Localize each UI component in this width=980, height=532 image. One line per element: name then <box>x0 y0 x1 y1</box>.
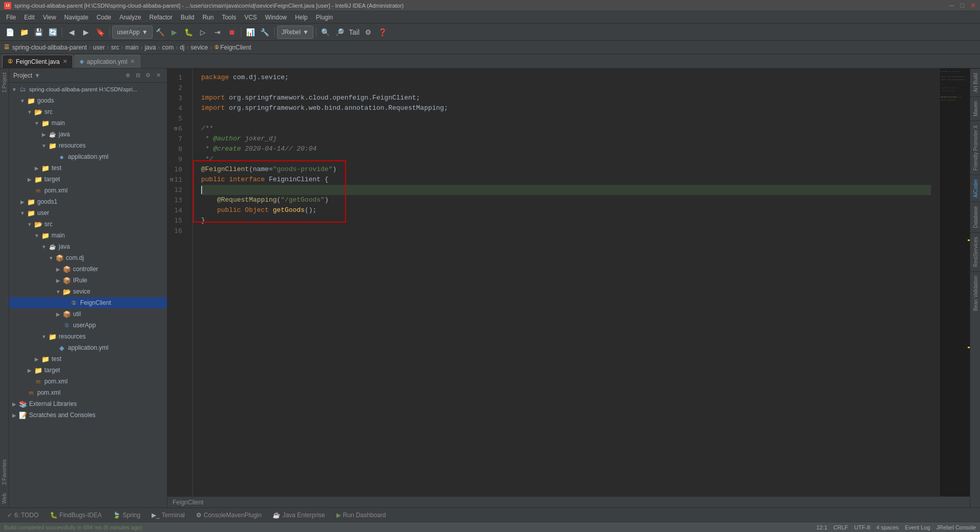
tree-external-libs[interactable]: ▶ 📚 External Libraries <box>9 398 167 409</box>
menu-view[interactable]: View <box>39 13 60 22</box>
menu-tools[interactable]: Tools <box>218 13 240 22</box>
toolbar-profile-btn[interactable]: 🔧 <box>258 26 272 39</box>
breadcrumb-dj[interactable]: dj <box>180 44 184 51</box>
fold-icon-11[interactable]: ⊟ <box>170 175 173 185</box>
tree-goods-java[interactable]: ▶ ☕ java <box>9 129 167 140</box>
code-editor[interactable]: package com.dj.sevice; import org.spring… <box>193 68 939 496</box>
bottom-tab-consolemaven[interactable]: ⚙ ConsoleMavenPlugin <box>191 509 266 521</box>
breadcrumb-sevice[interactable]: sevice <box>190 44 208 51</box>
tree-root-pom[interactable]: ▶ m pom.xml <box>9 387 167 398</box>
menu-run[interactable]: Run <box>199 13 218 22</box>
tree-user-src[interactable]: ▼ 📂 src <box>9 219 167 230</box>
tree-user-util[interactable]: ▶ 📦 util <box>9 308 167 320</box>
toolbar-save-btn[interactable]: 💾 <box>32 26 45 39</box>
tree-goods-target[interactable]: ▶ 📁 target <box>9 174 167 185</box>
tree-user-feignclient[interactable]: ▶ ① FeignClient <box>9 297 167 308</box>
tree-user-target[interactable]: ▶ 📁 target <box>9 365 167 376</box>
tab-feignclient-close[interactable]: ✕ <box>63 58 67 65</box>
toolbar-back-btn[interactable]: ◀ <box>65 26 78 39</box>
toolbar-run2-btn[interactable]: ▷ <box>197 26 210 39</box>
tree-goods-main[interactable]: ▼ 📁 main <box>9 117 167 129</box>
right-panel-aicoder[interactable]: AiCoder <box>970 175 980 202</box>
tree-user-main[interactable]: ▼ 📁 main <box>9 230 167 241</box>
breadcrumb-feign[interactable]: ① FeignClient <box>214 44 252 51</box>
right-panel-database[interactable]: Database <box>970 202 980 232</box>
tab-feignclient[interactable]: ① FeignClient.java ✕ <box>2 55 73 68</box>
menu-plugin[interactable]: Plugin <box>312 13 337 22</box>
tree-user[interactable]: ▼ 📁 user <box>9 207 167 219</box>
toolbar-settings-btn[interactable]: ⚙ <box>362 26 375 39</box>
toolbar-stop-btn[interactable]: ⏹ <box>225 26 238 39</box>
project-dropdown-icon[interactable]: ▼ <box>34 72 40 79</box>
breadcrumb-java[interactable]: java <box>144 44 156 51</box>
toolbar-new-btn[interactable]: 📄 <box>3 26 16 39</box>
minimize-btn[interactable]: ─ <box>949 2 954 9</box>
menu-build[interactable]: Build <box>177 13 199 22</box>
left-panel-favorites[interactable]: 2:Favorites <box>1 455 8 489</box>
toolbar-coverage-btn[interactable]: 📊 <box>244 26 257 39</box>
breadcrumb-src[interactable]: src <box>111 44 119 51</box>
tree-user-controller[interactable]: ▶ 📦 controller <box>9 263 167 275</box>
status-event-log[interactable]: Event Log <box>905 524 930 530</box>
toolbar-refresh-btn[interactable]: 🔄 <box>46 26 59 39</box>
bottom-tab-rundashboard[interactable]: ▶ Run Dashboard <box>331 509 391 521</box>
tree-goods-appyml[interactable]: ▶ ◆ application.yml <box>9 151 167 162</box>
menu-vcs[interactable]: VCS <box>240 13 261 22</box>
toolbar-find-btn[interactable]: 🔎 <box>333 26 347 39</box>
right-panel-promoter[interactable]: Friendly Promoter X <box>970 120 980 175</box>
run-config-dropdown[interactable]: userApp ▼ <box>112 26 153 39</box>
toolbar-help-btn[interactable]: ❓ <box>376 26 389 39</box>
menu-file[interactable]: File <box>2 13 20 22</box>
bottom-tab-terminal[interactable]: ▶_ Terminal <box>146 509 190 521</box>
status-indent[interactable]: 4 spaces <box>876 524 899 530</box>
maximize-btn[interactable]: □ <box>960 2 964 9</box>
fold-icon-6[interactable]: ⊟ <box>174 124 177 134</box>
menu-analyze[interactable]: Analyze <box>115 13 145 22</box>
menu-window[interactable]: Window <box>261 13 291 22</box>
breadcrumb-user[interactable]: user <box>93 44 105 51</box>
tree-user-resources[interactable]: ▼ 📁 resources <box>9 331 167 342</box>
menu-help[interactable]: Help <box>291 13 312 22</box>
tree-user-java[interactable]: ▼ ☕ java <box>9 241 167 252</box>
toolbar-navigate-btn[interactable]: 🔖 <box>93 26 107 39</box>
breadcrumb-main[interactable]: main <box>125 44 138 51</box>
right-panel-maven[interactable]: Maven <box>970 96 980 120</box>
tree-goods-resources[interactable]: ▼ 📁 resources <box>9 140 167 151</box>
left-panel-web[interactable]: Web <box>1 489 8 507</box>
tree-user-test[interactable]: ▶ 📁 test <box>9 353 167 365</box>
collapse-all-btn[interactable]: ⊟ <box>133 71 142 80</box>
tab-applicationyml[interactable]: ◆ application.yml ✕ <box>74 55 140 68</box>
left-panel-project[interactable]: 1:Project <box>1 68 8 96</box>
tree-user-comdj[interactable]: ▼ 📦 com.dj <box>9 252 167 263</box>
toolbar-debug2-btn[interactable]: ⇥ <box>211 26 224 39</box>
tree-user-pom[interactable]: ▶ m pom.xml <box>9 376 167 387</box>
tree-goods-pom[interactable]: ▶ m pom.xml <box>9 185 167 196</box>
close-panel-btn[interactable]: ✕ <box>154 71 163 80</box>
bottom-tab-spring[interactable]: 🍃 Spring <box>108 509 145 521</box>
right-panel-restservices[interactable]: RestServices <box>970 232 980 271</box>
tree-scratches[interactable]: ▶ 📝 Scratches and Consoles <box>9 409 167 421</box>
menu-refactor[interactable]: Refactor <box>145 13 177 22</box>
tree-user-appyml[interactable]: ▶ ◆ application.yml <box>9 342 167 353</box>
close-btn[interactable]: ✕ <box>970 2 976 9</box>
code-container[interactable]: 1 2 3 4 5 ⊟ 6 7 8 9 10 ⊟ 11 12 13 14 <box>167 68 970 496</box>
tree-goods[interactable]: ▼ 📁 goods <box>9 95 167 106</box>
settings-btn[interactable]: ⚙ <box>143 71 153 80</box>
tree-user-sevice[interactable]: ▼ 📂 sevice <box>9 286 167 297</box>
menu-code[interactable]: Code <box>92 13 115 22</box>
menu-navigate[interactable]: Navigate <box>60 13 92 22</box>
tree-goods-test[interactable]: ▶ 📁 test <box>9 162 167 174</box>
tree-user-irule[interactable]: ▶ 📦 IRule <box>9 275 167 286</box>
toolbar-forward-btn[interactable]: ▶ <box>79 26 92 39</box>
status-encoding[interactable]: UTF-8 <box>854 524 870 530</box>
menu-edit[interactable]: Edit <box>20 13 39 22</box>
status-line-ending[interactable]: CRLF <box>834 524 848 530</box>
tree-root[interactable]: ▼ 🗂 spring-cloud-alibaba-parent H:\CSDN\… <box>9 84 167 95</box>
breadcrumb-root[interactable]: spring-cloud-alibaba-parent <box>12 44 87 51</box>
toolbar-run-btn[interactable]: ▶ <box>168 26 181 39</box>
tree-goods-src[interactable]: ▼ 📂 src <box>9 106 167 117</box>
status-position[interactable]: 12:1 <box>816 524 827 530</box>
jrebel-dropdown[interactable]: JRebel ▼ <box>277 26 313 39</box>
new-folder-btn[interactable]: ⊕ <box>123 71 132 80</box>
bottom-tab-javaenterprise[interactable]: ☕ Java Enterprise <box>267 509 330 521</box>
